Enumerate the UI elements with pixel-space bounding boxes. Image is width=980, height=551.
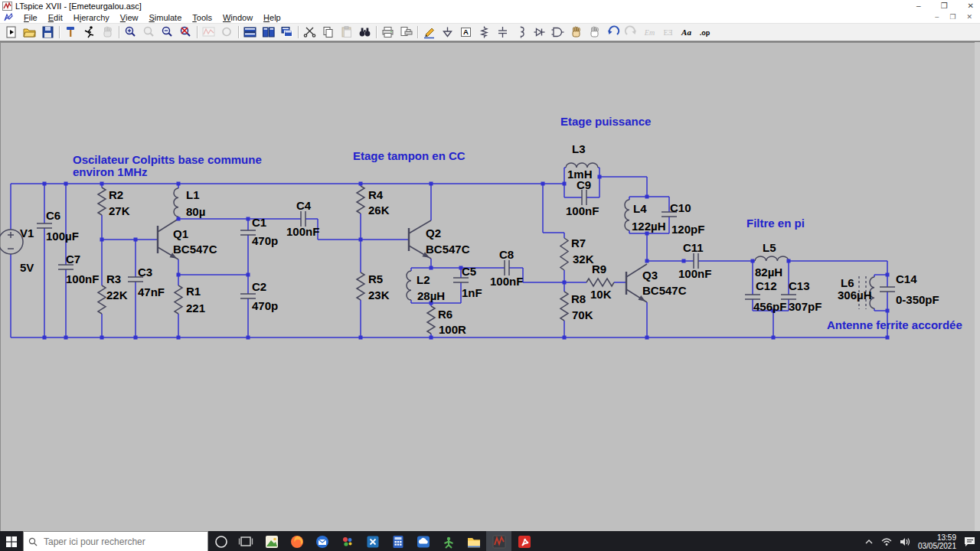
taskbar-onedrive[interactable] xyxy=(410,531,436,551)
autorange-waveform-button[interactable] xyxy=(200,24,218,40)
component-value: 307pF xyxy=(789,300,822,313)
document-icon xyxy=(3,13,14,22)
schematic-area[interactable]: V15VC6100µFC7100nFR227KR322KC347nFR1221Q… xyxy=(0,41,980,531)
resistor-symbol xyxy=(357,186,364,214)
firefox-icon xyxy=(289,533,305,550)
taskbar-gallery[interactable] xyxy=(259,531,284,551)
redo-button[interactable] xyxy=(622,24,641,40)
taskbar-task-view[interactable] xyxy=(234,531,259,551)
zoom-extents-button[interactable] xyxy=(177,24,195,40)
menu-hierarchy[interactable]: Hierarchy xyxy=(68,13,115,22)
menu-tools[interactable]: Tools xyxy=(187,13,217,22)
new-schematic-button[interactable] xyxy=(2,24,21,40)
undo-button[interactable] xyxy=(604,24,622,40)
volume-icon[interactable] xyxy=(900,537,910,546)
notifications-icon[interactable] xyxy=(964,536,975,547)
menu-window[interactable]: Window xyxy=(217,13,258,22)
close-button[interactable]: ✕ xyxy=(968,2,974,10)
taskbar-cortana[interactable] xyxy=(208,531,234,551)
control-panel-button[interactable] xyxy=(62,24,80,40)
taskbar-search[interactable] xyxy=(23,531,208,551)
component-value: 470p xyxy=(252,234,278,247)
draw-wire-button[interactable] xyxy=(420,24,439,40)
taskbar-clock[interactable]: 13:59 03/05/2021 xyxy=(918,533,956,550)
open-button[interactable] xyxy=(21,24,39,40)
zoom-back-button[interactable] xyxy=(140,24,158,40)
redo-icon xyxy=(624,25,639,39)
mdi-minimize-button[interactable]: – xyxy=(935,14,939,21)
control-panel-icon xyxy=(64,25,79,39)
paste-button[interactable] xyxy=(338,24,356,40)
edit-simulation-cmd-button[interactable]: Em xyxy=(641,24,659,40)
save-button[interactable] xyxy=(39,24,57,40)
cut-button[interactable] xyxy=(301,24,319,40)
print-button[interactable] xyxy=(379,24,397,40)
taskbar-dev-tool[interactable] xyxy=(436,531,461,551)
resistor-icon xyxy=(477,25,492,39)
menu-help[interactable]: Help xyxy=(258,13,286,22)
capacitor-button[interactable] xyxy=(494,24,512,40)
cortana-icon xyxy=(213,533,230,550)
resistor-button[interactable] xyxy=(475,24,494,40)
zoom-out-button[interactable] xyxy=(158,24,177,40)
print-preview-button[interactable] xyxy=(397,24,416,40)
edit-netlist-button[interactable]: EƎ xyxy=(659,24,678,40)
minimize-button[interactable]: – xyxy=(916,2,921,10)
start-button[interactable] xyxy=(0,531,23,551)
drag-button[interactable] xyxy=(586,24,604,40)
zoom-in-icon xyxy=(123,25,139,39)
component-value: 70K xyxy=(572,308,593,321)
component-ref: R7 xyxy=(571,236,586,249)
taskbar-acrobat[interactable] xyxy=(511,531,537,551)
menu-view[interactable]: View xyxy=(115,13,144,22)
scrollbar[interactable] xyxy=(975,42,980,531)
mdi-close-button[interactable]: ✕ xyxy=(966,14,972,21)
net-label-button[interactable]: A xyxy=(457,24,475,40)
taskbar-spreadsheet[interactable] xyxy=(360,531,385,551)
windows-logo-icon xyxy=(6,536,17,547)
menu-file[interactable]: File xyxy=(18,13,43,22)
cascade-windows-button[interactable] xyxy=(278,24,296,40)
inductor-symbol xyxy=(407,271,411,300)
file-explorer-icon xyxy=(466,533,482,550)
ground-button[interactable] xyxy=(439,24,457,40)
copy-icon xyxy=(321,25,336,39)
copy-button[interactable] xyxy=(319,24,338,40)
pan-view-button[interactable] xyxy=(218,24,237,40)
taskbar-ltspice[interactable] xyxy=(486,531,511,551)
network-icon[interactable] xyxy=(881,537,892,546)
component-ref: R6 xyxy=(438,308,452,321)
resistor-symbol xyxy=(586,279,614,286)
spice-directive-button[interactable]: .op xyxy=(696,24,714,40)
taskbar-mail[interactable] xyxy=(309,531,335,551)
taskbar-file-explorer[interactable] xyxy=(461,531,486,551)
junction-dot xyxy=(177,273,181,277)
toolbar-separator xyxy=(238,26,240,38)
tile-horizontal-button[interactable] xyxy=(241,24,260,40)
taskbar-calculator[interactable] xyxy=(385,531,410,551)
menu-edit[interactable]: Edit xyxy=(43,13,68,22)
restore-button[interactable]: ❐ xyxy=(941,2,948,10)
schematic-canvas[interactable]: V15VC6100µFC7100nFR227KR322KC347nFR1221Q… xyxy=(0,42,980,531)
menu-simulate[interactable]: Simulate xyxy=(143,13,187,22)
tray-chevron-icon[interactable] xyxy=(864,538,874,546)
search-input[interactable] xyxy=(42,536,183,548)
taskbar-firefox[interactable] xyxy=(284,531,309,551)
find-button[interactable] xyxy=(356,24,374,40)
component-ref: C9 xyxy=(577,178,591,191)
inductor-button[interactable] xyxy=(512,24,531,40)
halt-button[interactable] xyxy=(99,24,117,40)
mdi-restore-button[interactable]: ❐ xyxy=(949,14,956,21)
junction-dot xyxy=(100,182,104,186)
diode-button[interactable] xyxy=(531,24,549,40)
text-button[interactable]: Aa xyxy=(678,24,696,40)
component-value: 10K xyxy=(590,288,612,301)
tile-vertical-button[interactable] xyxy=(260,24,278,40)
inductor-symbol xyxy=(625,200,629,230)
taskbar-media-player[interactable] xyxy=(335,531,360,551)
component-button[interactable] xyxy=(549,24,567,40)
move-button[interactable] xyxy=(567,24,586,40)
run-button[interactable] xyxy=(80,24,99,40)
open-icon xyxy=(22,25,38,39)
zoom-in-button[interactable] xyxy=(122,24,140,40)
